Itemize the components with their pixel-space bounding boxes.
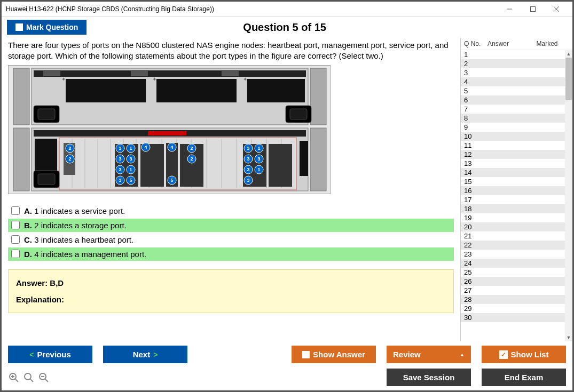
scrollbar[interactable]: ▲ ▼	[565, 50, 572, 341]
list-row[interactable]: 6	[461, 95, 565, 105]
list-row[interactable]: 10	[461, 132, 565, 141]
mark-question-button[interactable]: Mark Question	[7, 20, 87, 35]
svg-text:3: 3	[119, 167, 121, 172]
hardware-diagram: ✦ ✦ ✦	[8, 65, 331, 194]
svg-text:1: 1	[129, 167, 132, 172]
list-row[interactable]: 5	[461, 86, 565, 95]
check-icon: ✓	[499, 350, 508, 359]
list-row[interactable]: 4	[461, 77, 565, 86]
option-A[interactable]: A. 1 indicates a service port.	[8, 204, 454, 218]
list-row[interactable]: 9	[461, 123, 565, 132]
footer-row-1: < Previous Next > Show Answer Review ▲ ✓…	[8, 346, 566, 363]
svg-rect-22	[290, 109, 307, 119]
row-qno: 20	[464, 223, 487, 231]
zoom-reset-icon[interactable]	[23, 372, 35, 383]
list-row[interactable]: 2	[461, 59, 565, 68]
footer: < Previous Next > Show Answer Review ▲ ✓…	[2, 341, 572, 390]
scroll-up-icon[interactable]: ▲	[565, 50, 572, 58]
list-rows[interactable]: 1234567891011121314151617181920212223242…	[461, 50, 565, 341]
list-row[interactable]: 20	[461, 222, 565, 231]
save-session-button[interactable]: Save Session	[387, 369, 471, 386]
svg-text:3: 3	[247, 167, 249, 172]
list-row[interactable]: 19	[461, 213, 565, 222]
row-qno: 7	[464, 105, 487, 113]
list-row[interactable]: 28	[461, 295, 565, 304]
row-qno: 1	[464, 51, 487, 59]
list-row[interactable]: 7	[461, 105, 565, 114]
review-button[interactable]: Review ▲	[387, 346, 471, 363]
list-row[interactable]: 27	[461, 286, 565, 295]
show-answer-button[interactable]: Show Answer	[292, 346, 376, 363]
option-checkbox[interactable]	[11, 221, 20, 229]
scroll-thumb[interactable]	[565, 58, 572, 100]
row-qno: 11	[464, 141, 487, 149]
list-row[interactable]: 17	[461, 195, 565, 204]
row-qno: 10	[464, 132, 487, 140]
list-row[interactable]: 24	[461, 259, 565, 268]
list-row[interactable]: 12	[461, 150, 565, 159]
list-row[interactable]: 26	[461, 277, 565, 286]
row-qno: 18	[464, 205, 487, 213]
svg-rect-13	[156, 79, 237, 102]
list-row[interactable]: 16	[461, 186, 565, 195]
maximize-button[interactable]	[521, 2, 545, 17]
option-C[interactable]: C. 3 indicates a heartbeat port.	[8, 233, 454, 246]
row-qno: 2	[464, 60, 487, 68]
list-row[interactable]: 30	[461, 313, 565, 322]
scroll-down-icon[interactable]: ▼	[565, 334, 572, 341]
svg-text:5: 5	[170, 178, 173, 183]
app-window: Huawei H13-622 (HCNP Storage CBDS (Const…	[0, 0, 574, 392]
svg-text:3: 3	[119, 146, 121, 151]
list-row[interactable]: 11	[461, 141, 565, 150]
list-row[interactable]: 25	[461, 268, 565, 277]
list-row[interactable]: 18	[461, 204, 565, 213]
svg-rect-10	[131, 71, 148, 76]
checkbox-icon	[302, 351, 310, 358]
row-qno: 15	[464, 178, 487, 186]
row-qno: 28	[464, 295, 487, 303]
row-qno: 24	[464, 259, 487, 267]
zoom-in-icon[interactable]	[8, 372, 20, 383]
previous-button[interactable]: < Previous	[8, 346, 92, 363]
list-row[interactable]: 8	[461, 114, 565, 123]
answer-text: Answer: B,D	[16, 278, 446, 287]
question-pane: There are four types of ports on the N85…	[2, 38, 460, 341]
question-list-pane: Q No. Answer Marked 12345678910111213141…	[460, 38, 572, 341]
list-row[interactable]: 29	[461, 304, 565, 313]
list-row[interactable]: 23	[461, 250, 565, 259]
option-D[interactable]: D. 4 indicates a management port.	[8, 247, 454, 261]
next-button[interactable]: Next >	[103, 346, 187, 363]
list-row[interactable]: 13	[461, 159, 565, 168]
option-label: C. 3 indicates a heartbeat port.	[24, 235, 133, 244]
svg-text:2: 2	[190, 146, 193, 151]
zoom-out-icon[interactable]	[38, 372, 50, 383]
list-row[interactable]: 22	[461, 241, 565, 250]
row-qno: 23	[464, 250, 487, 258]
svg-text:3: 3	[247, 146, 249, 151]
row-qno: 17	[464, 196, 487, 204]
chevron-right-icon: >	[153, 350, 158, 359]
row-qno: 29	[464, 305, 487, 313]
list-row[interactable]: 3	[461, 68, 565, 77]
list-row[interactable]: 1	[461, 50, 565, 59]
option-checkbox[interactable]	[11, 250, 20, 258]
minimize-button[interactable]	[498, 2, 521, 17]
option-label: D. 4 indicates a management port.	[24, 250, 146, 259]
option-B[interactable]: B. 2 indicates a storage port.	[8, 219, 454, 232]
show-list-button[interactable]: ✓ Show List	[482, 346, 566, 363]
list-row[interactable]: 21	[461, 231, 565, 241]
end-exam-button[interactable]: End Exam	[482, 369, 566, 386]
option-checkbox[interactable]	[11, 235, 20, 244]
svg-rect-9	[43, 71, 60, 76]
list-row[interactable]: 14	[461, 168, 565, 177]
list-row[interactable]: 15	[461, 177, 565, 186]
row-qno: 9	[464, 123, 487, 131]
question-counter: Question 5 of 15	[87, 21, 483, 34]
svg-rect-99	[38, 174, 55, 185]
option-checkbox[interactable]	[11, 206, 20, 215]
svg-rect-24	[13, 128, 29, 191]
svg-rect-11	[222, 71, 239, 76]
close-button[interactable]	[545, 2, 568, 17]
svg-rect-28	[167, 131, 186, 135]
row-qno: 16	[464, 187, 487, 195]
